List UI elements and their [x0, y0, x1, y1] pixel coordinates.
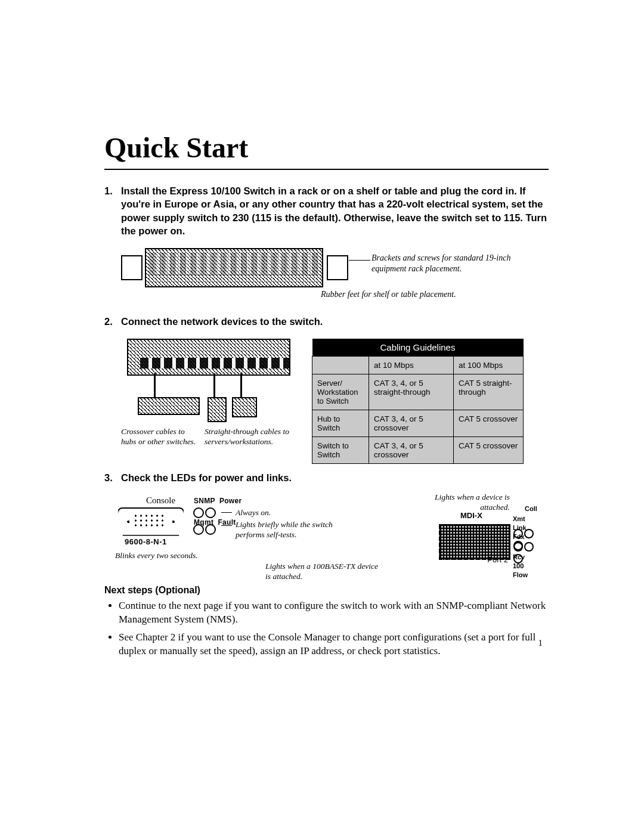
- cable-icon: [213, 373, 215, 397]
- page-number: 1: [538, 638, 543, 648]
- straight-caption: Straight-through cables to servers/works…: [205, 427, 306, 447]
- step-1-number: 1.: [104, 184, 115, 237]
- snmp-label: SNMP: [194, 497, 215, 505]
- step-3: 3. Check the LEDs for power and links.: [104, 471, 549, 484]
- server-icon: [208, 397, 227, 422]
- blinks-annotation: Blinks every two seconds.: [115, 550, 234, 561]
- port-leds-diagram: MDI-X Xmt Link Fdx Rcv 100 Flow Coll: [435, 510, 537, 568]
- step-1-text: Install the Express 10/100 Switch in a r…: [121, 184, 549, 237]
- switch-front-icon: [127, 339, 290, 376]
- led-icon: [205, 507, 216, 518]
- xmt-label: Xmt: [513, 515, 525, 522]
- table-cell: CAT 5 straight-through: [453, 374, 523, 410]
- cabling-header: Cabling Guidelines: [312, 339, 524, 357]
- bracket-left-icon: [121, 255, 143, 280]
- cable-icon: [240, 373, 242, 397]
- table-row-label: Switch to Switch: [312, 437, 369, 464]
- title-rule: [104, 169, 549, 170]
- led-icon: [193, 524, 204, 535]
- flow-label: Flow: [513, 571, 528, 578]
- port-led-labels-2: Rcv 100 Flow: [513, 553, 537, 580]
- step-2: 2. Connect the network devices to the sw…: [104, 315, 549, 328]
- table-cell: CAT 3, 4, or 5 crossover: [369, 437, 454, 464]
- table-cell: CAT 3, 4, or 5 straight-through: [369, 374, 454, 410]
- table-corner: [312, 357, 369, 374]
- list-item: See Chapter 2 if you want to use the Con…: [119, 631, 549, 658]
- always-on-annotation: Always on.: [236, 507, 271, 518]
- next-steps-heading: Next steps (Optional): [104, 585, 549, 596]
- step-2-number: 2.: [104, 315, 115, 328]
- page-title: Quick Start: [104, 131, 549, 164]
- led-icon: [205, 524, 216, 535]
- p100-label: 100: [513, 562, 524, 569]
- pin-grid-icon: [133, 513, 166, 528]
- next-steps-list: Continue to the next page if you want to…: [104, 599, 549, 659]
- col-10mbps: at 10 Mbps: [369, 357, 454, 374]
- led-icons: [193, 507, 216, 541]
- switch-rear-icon: [145, 248, 323, 287]
- power-label: Power: [219, 497, 242, 505]
- coll-label: Coll: [525, 505, 537, 512]
- table-cell: CAT 5 crossover: [453, 410, 523, 437]
- table-row-label: Hub to Switch: [312, 410, 369, 437]
- selftests-annotation: Lights briefly while the switch performs…: [236, 519, 361, 540]
- bracket-caption: Brackets and screws for standard 19-inch…: [371, 253, 521, 274]
- port2-label: Port 2: [487, 555, 508, 564]
- crossover-caption: Crossover cables to hubs or other switch…: [121, 427, 199, 447]
- cabling-diagram: Crossover cables to hubs or other switch…: [121, 339, 300, 458]
- tx100-annotation: Lights when a 100BASE-TX device is attac…: [265, 561, 385, 582]
- led-icon: [513, 542, 523, 552]
- table-cell: CAT 3, 4, or 5 crossover: [369, 410, 454, 437]
- led-icon: [524, 542, 534, 552]
- page-content: Quick Start 1. Install the Express 10/10…: [0, 0, 644, 658]
- cabling-guidelines-table: Cabling Guidelines at 10 Mbps at 100 Mbp…: [312, 339, 524, 464]
- mdix-label: MDI-X: [460, 511, 482, 520]
- rcv-label: Rcv: [513, 553, 525, 561]
- step-1: 1. Install the Express 10/100 Switch in …: [104, 184, 549, 237]
- leader-line: [349, 260, 370, 261]
- col-100mbps: at 100 Mbps: [453, 357, 523, 374]
- figure-leds: Console 9600-8-N-1 SNMP Power Mgmt Fault…: [104, 496, 549, 579]
- figure-cabling: Crossover cables to hubs or other switch…: [121, 339, 549, 458]
- table-cell: CAT 5 crossover: [453, 437, 523, 464]
- table-row-label: Server/ Workstation to Switch: [312, 374, 369, 410]
- model-label: 9600-8-N-1: [125, 537, 167, 546]
- led-icon: [513, 529, 523, 538]
- step-2-text: Connect the network devices to the switc…: [121, 315, 323, 328]
- step-3-text: Check the LEDs for power and links.: [121, 471, 292, 484]
- console-label: Console: [146, 496, 175, 506]
- step-3-number: 3.: [104, 471, 115, 484]
- figure-rack-mount: Brackets and screws for standard 19-inch…: [121, 248, 549, 302]
- hub-icon: [138, 397, 200, 415]
- rj45-port-icon: [439, 524, 510, 560]
- workstation-icon: [232, 397, 257, 417]
- led-icon: [193, 507, 204, 518]
- bracket-right-icon: [327, 255, 348, 280]
- feet-caption: Rubber feet for shelf or table placement…: [321, 290, 456, 299]
- led-icon: [524, 529, 534, 538]
- cable-icon: [154, 373, 156, 397]
- list-item: Continue to the next page if you want to…: [119, 599, 549, 627]
